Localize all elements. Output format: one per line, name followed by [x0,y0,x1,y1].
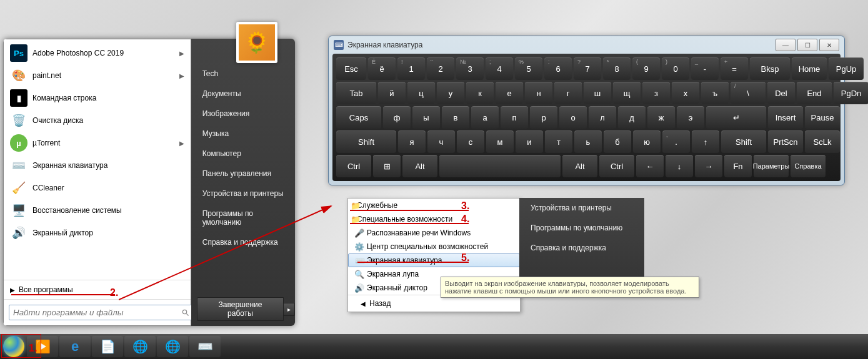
key-ш[interactable]: ш [584,82,611,104]
program-item-8[interactable]: 🔊Экранный диктор [4,222,191,244]
key-ъ[interactable]: ъ [701,82,729,104]
taskbar-wmp-icon[interactable]: ▶️ [27,336,58,357]
key-Insert[interactable]: Insert [768,106,803,129]
key-8[interactable]: *8 [603,57,631,80]
right-panel-item-4[interactable]: Компьютер [191,144,295,164]
key-6[interactable]: :6 [544,57,572,80]
key-н[interactable]: н [525,82,552,104]
key-Fn[interactable]: Fn [724,155,752,177]
taskbar-chrome-icon[interactable]: 🌐 [124,336,156,357]
key-Esc[interactable]: Esc [336,57,366,80]
key-и[interactable]: и [516,130,543,153]
key-Shift[interactable]: Shift [336,130,396,153]
key-я[interactable]: я [398,130,426,153]
key-Параметры[interactable]: Параметры [754,155,789,177]
key-з[interactable]: з [642,82,670,104]
key-в[interactable]: в [442,106,469,129]
key-End[interactable]: End [797,82,832,104]
key-5[interactable]: %5 [515,57,542,80]
key-м[interactable]: м [486,130,514,153]
key-л[interactable]: л [589,106,616,129]
key-Shift[interactable]: Shift [721,130,766,153]
taskbar-libreoffice-icon[interactable]: 📄 [92,336,123,357]
key-Alt[interactable]: Alt [562,155,597,177]
right-panel-item-0[interactable]: Tech [191,64,295,84]
key-←[interactable]: ← [636,155,664,177]
key-у[interactable]: у [437,82,464,104]
key-↑[interactable]: ↑ [692,130,719,153]
key-ы[interactable]: ы [412,106,440,129]
key-т[interactable]: т [545,130,572,153]
right-panel-item-3[interactable]: Музыка [191,124,295,144]
key-=[interactable]: += [721,57,748,80]
program-item-4[interactable]: µµTorrent▶ [4,132,191,154]
key-х[interactable]: х [672,82,699,104]
key-space[interactable] [439,155,561,177]
key-Ctrl[interactable]: Ctrl [336,155,371,177]
right-panel-item-5[interactable]: Панель управления [191,164,295,184]
program-item-7[interactable]: 🖥️Восстановление системы [4,199,191,222]
right-panel-item-7[interactable]: Программы по умолчанию [191,204,295,232]
key-Pause[interactable]: Pause [805,106,840,129]
key-а[interactable]: а [471,106,499,129]
key-с[interactable]: с [457,130,484,153]
program-item-6[interactable]: 🧹CCleaner [4,177,191,199]
key-й[interactable]: й [378,82,406,104]
key-Alt[interactable]: Alt [402,155,437,177]
key-ч[interactable]: ч [427,130,455,153]
program-item-1[interactable]: 🎨paint.net▶ [4,64,191,87]
key-г[interactable]: г [554,82,582,104]
key-д[interactable]: д [618,106,646,129]
submenu-item-1[interactable]: 📁Специальные возможности [348,212,520,226]
rpanel-item-2[interactable]: Справка и поддержка [519,238,644,258]
key-п[interactable]: п [501,106,528,129]
key-⊞[interactable]: ⊞ [373,155,401,177]
key-р[interactable]: р [530,106,557,129]
maximize-button[interactable]: ☐ [797,39,817,51]
submenu-item-4[interactable]: ⌨️Экранная клавиатура [348,253,520,267]
right-panel-item-8[interactable]: Справка и поддержка [191,232,295,252]
key-Home[interactable]: Home [792,57,827,80]
key-3[interactable]: №3 [456,57,484,80]
right-panel-item-1[interactable]: Документы [191,84,295,104]
key-э[interactable]: э [677,106,704,129]
key-PrtScn[interactable]: PrtScn [768,130,803,153]
taskbar-chrome2-icon[interactable]: 🌐 [157,336,188,357]
minimize-button[interactable]: — [776,39,796,51]
key-2[interactable]: "2 [427,57,454,80]
key-ь[interactable]: ь [574,130,602,153]
key-ж[interactable]: ж [647,106,675,129]
program-item-5[interactable]: ⌨️Экранная клавиатура [4,154,191,177]
right-panel-item-6[interactable]: Устройства и принтеры [191,184,295,204]
key-↵[interactable]: ↵ [706,106,766,129]
all-programs-button[interactable]: ▶ Все программы [4,280,191,299]
user-avatar[interactable]: 🌻 [236,22,277,63]
key-1[interactable]: !1 [397,57,425,80]
osk-titlebar[interactable]: ⌨ Экранная клавиатура — ☐ ✕ [329,36,844,54]
search-input[interactable] [9,305,194,320]
submenu-item-2[interactable]: 🎤Распознавание речи Windows [348,226,520,240]
key-Ctrl[interactable]: Ctrl [599,155,634,177]
key-↓[interactable]: ↓ [666,155,693,177]
right-panel-item-2[interactable]: Изображения [191,104,295,124]
shutdown-button[interactable]: Завершение работы [197,297,284,321]
key-Bksp[interactable]: Bksp [750,57,790,80]
key-е[interactable]: е [496,82,523,104]
key-PgUp[interactable]: PgUp [829,57,864,80]
shutdown-options-button[interactable]: ▸ [284,303,295,316]
key-о[interactable]: о [559,106,587,129]
key-ю[interactable]: ю [633,130,661,153]
key-ц[interactable]: ц [407,82,435,104]
start-button[interactable] [1,334,26,359]
key-Caps[interactable]: Caps [336,106,381,129]
key-Del[interactable]: Del [767,82,795,104]
key-Tab[interactable]: Tab [336,82,376,104]
key-\[interactable]: /\ [731,82,766,104]
taskbar-ie-icon[interactable]: e [59,336,91,357]
close-button[interactable]: ✕ [819,39,839,51]
key-ScLk[interactable]: ScLk [805,130,840,153]
key-4[interactable]: ;4 [486,57,513,80]
key-ё[interactable]: Ёё [368,57,396,80]
key-б[interactable]: б [604,130,631,153]
rpanel-item-0[interactable]: Устройства и принтеры [519,198,644,218]
